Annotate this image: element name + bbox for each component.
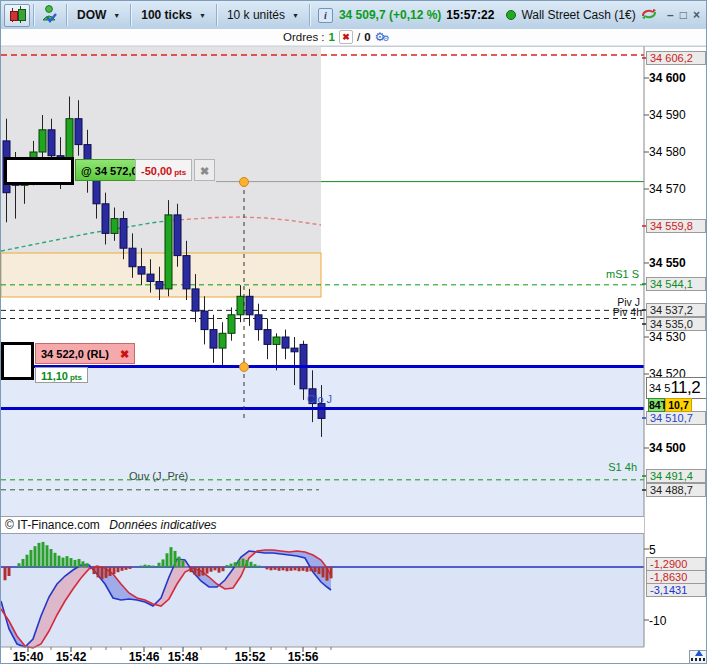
oscillator-fill: [41, 597, 49, 644]
histogram-bar: [230, 564, 233, 567]
oscillator-fill: [33, 616, 41, 648]
histogram-bar: [125, 567, 128, 570]
candle-down: [201, 311, 208, 330]
histogram-bar: [214, 567, 217, 570]
timeframe-dropdown[interactable]: 100 ticks ▼: [134, 4, 213, 26]
histogram-bar: [226, 565, 229, 567]
chevron-down-icon: ▼: [292, 12, 299, 19]
oscillator-fill: [193, 568, 201, 581]
instrument-dropdown[interactable]: DOW ▼: [70, 4, 127, 26]
indicator-panel-bg: [1, 534, 644, 647]
close-day-label: Clo J: [307, 393, 332, 405]
oscillator-fill: [81, 565, 89, 578]
order1-entry-tab[interactable]: @ 34 572,0: [75, 159, 144, 181]
orders-bar: Ordres : 1 ✖ / 0 ⚙⚙: [1, 29, 706, 47]
toolbar: DOW ▼ 100 ticks ▼ 10 k unités ▼ i 34 509…: [1, 1, 706, 30]
candle-down: [192, 289, 199, 311]
axis-value-box: 34 535,0: [646, 317, 706, 331]
quantity-dropdown[interactable]: 10 k unités ▼: [220, 4, 306, 26]
oscillator-fill: [177, 559, 185, 584]
order2-stop-tab[interactable]: 34 522,0 (RL) ✖: [35, 343, 135, 364]
oscillator-fill: [73, 565, 81, 589]
candle-down: [282, 337, 289, 348]
histogram-bar: [310, 567, 313, 571]
histogram-bar: [140, 566, 143, 567]
trader-status-icon: [41, 4, 59, 27]
oscillator-fill: [327, 568, 331, 590]
trading-status-button[interactable]: [37, 4, 63, 26]
oscillator-fill: [185, 560, 193, 572]
oscillator-fill: [265, 550, 273, 553]
minimize-button[interactable]: –: [667, 8, 674, 22]
oscillator-fill: [17, 636, 25, 647]
axis-value-box: 34 544,1: [646, 277, 706, 291]
oscillator-fill: [65, 570, 73, 601]
oscillator-fill: [209, 577, 217, 587]
price-tick-label: 34 580: [649, 145, 686, 159]
time-tick-label: 15:48: [168, 650, 199, 664]
pivot-4h-label: Piv 4h: [613, 306, 642, 318]
oscillator-fill: [1, 601, 9, 629]
histogram-bar: [170, 547, 173, 567]
histogram-bar: [58, 556, 61, 567]
scroll-to-latest-button[interactable]: [689, 650, 707, 664]
histogram-bar: [158, 563, 161, 567]
histogram-bar: [254, 564, 257, 567]
histogram-bar: [113, 567, 116, 574]
refresh-icon[interactable]: [639, 5, 659, 26]
maximize-button[interactable]: □: [680, 8, 687, 22]
timeframe-label: 100 ticks: [141, 8, 192, 22]
ma-slow-curve: [166, 217, 321, 225]
quote-price-change: 34 509,7 (+0,12 %): [339, 8, 441, 22]
time-tick-label: 15:52: [235, 650, 266, 664]
histogram-bar: [330, 567, 333, 578]
histogram-bar: [326, 567, 329, 581]
time-tick-label: 15:46: [129, 650, 160, 664]
oscillator-fill: [49, 584, 57, 631]
histogram-bar: [62, 558, 65, 567]
orders-delete-icon[interactable]: ✖: [339, 30, 353, 44]
candle-down: [147, 274, 154, 281]
histogram-bar: [234, 562, 237, 567]
candle-down: [120, 219, 127, 249]
order-drag-handle[interactable]: [240, 363, 249, 372]
candle-down: [48, 130, 55, 156]
oscillator-fill: [137, 598, 145, 602]
oscillator-fill: [289, 551, 297, 556]
oscillator-fill: [169, 559, 177, 599]
oscillator-fill: [297, 551, 305, 558]
histogram-bar: [218, 567, 221, 573]
histogram-bar: [258, 566, 261, 567]
histogram-bar: [174, 551, 177, 567]
histogram-bar: [222, 567, 225, 571]
indicator-tick-label: 5: [649, 543, 656, 557]
price-tick-label: 34 500: [649, 441, 686, 455]
order1-close-button[interactable]: ✖: [194, 159, 215, 181]
candle-down: [318, 404, 325, 419]
market-name: Wall Street Cash (1€): [521, 8, 635, 22]
orders-settings-icon[interactable]: ⚙⚙: [375, 30, 390, 44]
oscillator-fill: [225, 569, 233, 589]
order2-close-button[interactable]: ✖: [120, 348, 129, 360]
order1-pnl-tab: -50,00pts: [135, 159, 192, 181]
price-tick-label: 34 550: [649, 256, 686, 270]
info-icon[interactable]: i: [318, 8, 333, 23]
price-tick-label: 34 570: [649, 182, 686, 196]
candle-down: [183, 256, 190, 289]
time-tick-label: 15:56: [288, 650, 319, 664]
histogram-bar: [66, 556, 69, 567]
close-button[interactable]: ×: [693, 8, 700, 22]
toolbar-separator: [66, 4, 67, 26]
oscillator-fill: [105, 568, 113, 598]
candlestick-icon: [8, 6, 26, 24]
indicator-value-box: -1,8630: [646, 570, 706, 584]
oscillator-fill: [153, 598, 161, 606]
chart-type-button[interactable]: [4, 4, 30, 27]
oscillator-red-line: [1, 550, 331, 648]
candle-down: [255, 315, 262, 330]
oscillator-fill: [257, 550, 265, 553]
histogram-bar: [117, 567, 120, 572]
histogram-bar: [70, 558, 73, 567]
candle-up: [111, 219, 118, 234]
order-drag-handle[interactable]: [240, 178, 249, 187]
